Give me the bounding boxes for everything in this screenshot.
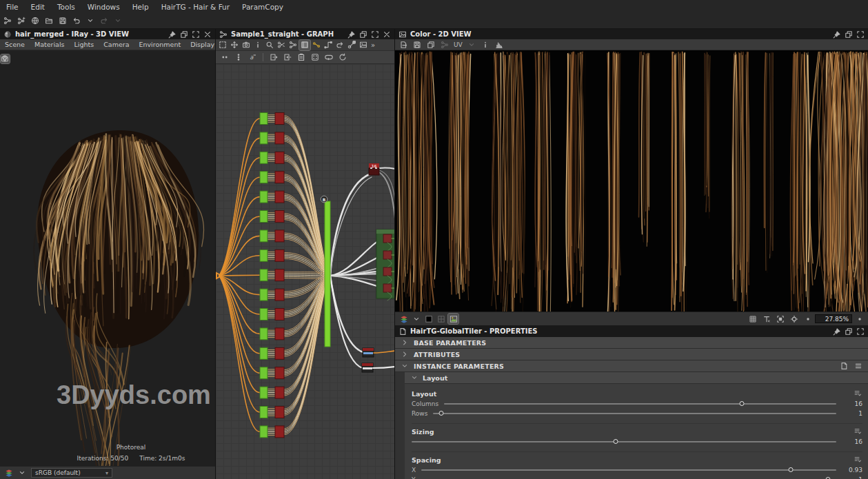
float-icon[interactable]: [359, 30, 367, 39]
bulb-icon[interactable]: [1, 65, 10, 74]
move-icon[interactable]: [229, 40, 240, 50]
image-icon[interactable]: [358, 40, 369, 50]
float-icon[interactable]: [179, 30, 188, 39]
uv-mode-label[interactable]: UV: [452, 41, 464, 48]
elbow-icon[interactable]: [323, 40, 334, 50]
layers-icon[interactable]: [398, 314, 409, 324]
publish-icon[interactable]: [29, 14, 41, 27]
dot-icon[interactable]: [803, 314, 813, 324]
histogram-icon[interactable]: [493, 39, 505, 51]
maximize-icon[interactable]: [856, 327, 865, 336]
split-link-icon[interactable]: [438, 39, 451, 51]
slider-handle[interactable]: [613, 439, 618, 444]
menu-paramcopy[interactable]: ParamCopy: [236, 0, 290, 13]
preset-icon[interactable]: [853, 427, 862, 436]
info-icon[interactable]: [479, 39, 492, 51]
doc-icon[interactable]: [839, 362, 848, 371]
grid-icon[interactable]: [747, 314, 758, 324]
menu-scene[interactable]: Scene: [0, 39, 30, 50]
copy-icon[interactable]: [425, 39, 437, 51]
menu-help[interactable]: Help: [126, 0, 155, 13]
dots-2-icon[interactable]: [219, 51, 231, 63]
refresh-icon[interactable]: [336, 51, 349, 63]
dots-3-icon[interactable]: [232, 51, 245, 63]
2d-canvas[interactable]: [395, 50, 868, 312]
rows-slider[interactable]: [433, 413, 836, 414]
menu-hairtg-hair-amp-fur[interactable]: HairTG - Hair & Fur: [155, 0, 236, 13]
panel-box-icon[interactable]: [299, 40, 310, 50]
export-arrow-icon[interactable]: [268, 51, 280, 63]
frame-select-icon[interactable]: [217, 40, 228, 50]
pin-icon[interactable]: [347, 30, 356, 39]
menu-file[interactable]: File: [0, 0, 25, 13]
image-view-icon[interactable]: [448, 314, 458, 324]
tiling-icon[interactable]: [436, 314, 446, 324]
redo-icon[interactable]: [334, 40, 345, 50]
slider-handle[interactable]: [439, 411, 444, 416]
3d-viewport[interactable]: 3Dyyds.com Photoreal Iterations: 50/50Ti…: [0, 50, 215, 466]
section-instance-parameters[interactable]: INSTANCE PARAMETERS: [395, 360, 868, 372]
chevron-down-icon[interactable]: [465, 39, 478, 51]
menu-display[interactable]: Display: [185, 39, 219, 50]
pin-icon[interactable]: [832, 30, 841, 39]
menu-windows[interactable]: Windows: [81, 0, 126, 13]
columns-slider[interactable]: [444, 403, 836, 405]
float-icon[interactable]: [844, 30, 853, 39]
black-swatch-icon[interactable]: [423, 314, 434, 324]
graph-canvas[interactable]: B16: [216, 64, 394, 479]
float-icon[interactable]: [844, 327, 853, 336]
menu-environment[interactable]: Environment: [134, 39, 185, 50]
zoom-reset-icon[interactable]: [854, 314, 865, 324]
overflow-icon[interactable]: »: [370, 41, 376, 49]
maximize-icon[interactable]: [191, 30, 200, 39]
menu-edit[interactable]: Edit: [25, 0, 51, 13]
split-link-icon[interactable]: [287, 40, 299, 50]
import-arrow-icon[interactable]: [281, 51, 294, 63]
pin-icon[interactable]: [832, 327, 841, 336]
list-icon[interactable]: [854, 362, 862, 371]
section-base-parameters[interactable]: BASE PARAMETERS: [395, 337, 868, 349]
menu-materials[interactable]: Materials: [30, 39, 70, 50]
link-gold-icon[interactable]: [311, 40, 322, 50]
pin-icon[interactable]: [168, 30, 176, 39]
export-doc-icon[interactable]: [397, 39, 410, 51]
chevron-down-icon[interactable]: [84, 14, 97, 27]
wrench-icon[interactable]: [346, 40, 357, 50]
preset-icon[interactable]: [853, 455, 862, 465]
sizing-slider[interactable]: [412, 441, 836, 442]
dice-icon[interactable]: [309, 51, 321, 63]
chevron-down-icon[interactable]: [112, 14, 124, 27]
chevron-down-icon[interactable]: [16, 467, 28, 479]
x-slider[interactable]: [421, 469, 836, 471]
info-icon[interactable]: [252, 40, 263, 50]
close-icon[interactable]: [382, 30, 391, 39]
split-link-icon[interactable]: [1, 14, 14, 27]
menu-camera[interactable]: Camera: [99, 39, 134, 50]
close-icon[interactable]: [203, 30, 212, 39]
chevron-down-icon[interactable]: [411, 314, 421, 324]
new-link-icon[interactable]: [15, 14, 28, 27]
label-toggle-icon[interactable]: a: [246, 51, 259, 63]
save-icon[interactable]: [411, 39, 423, 51]
section-attributes[interactable]: ATTRIBUTES: [395, 349, 868, 360]
subsection-layout[interactable]: Layout: [405, 372, 868, 384]
layers-icon[interactable]: [3, 467, 15, 479]
menu-lights[interactable]: Lights: [70, 39, 99, 50]
crosshair-icon[interactable]: [789, 314, 799, 324]
maximize-icon[interactable]: [856, 30, 865, 39]
slider-handle[interactable]: [740, 401, 745, 406]
redo-icon[interactable]: [98, 14, 110, 27]
loop-icon[interactable]: [323, 51, 335, 63]
maximize-icon[interactable]: [370, 30, 379, 39]
transform-icon[interactable]: [761, 314, 771, 324]
slider-handle[interactable]: [788, 467, 793, 472]
zoom-level[interactable]: 27.85%: [815, 314, 852, 323]
menu-tools[interactable]: Tools: [51, 0, 81, 13]
magnifier-icon[interactable]: [264, 40, 275, 50]
camera-icon[interactable]: [241, 40, 252, 50]
scissors-icon[interactable]: [276, 40, 287, 50]
open-folder-icon[interactable]: [43, 14, 55, 27]
clipboard-icon[interactable]: [295, 51, 307, 63]
colorspace-select[interactable]: sRGB (default): [31, 468, 112, 478]
save-icon[interactable]: [57, 14, 69, 27]
